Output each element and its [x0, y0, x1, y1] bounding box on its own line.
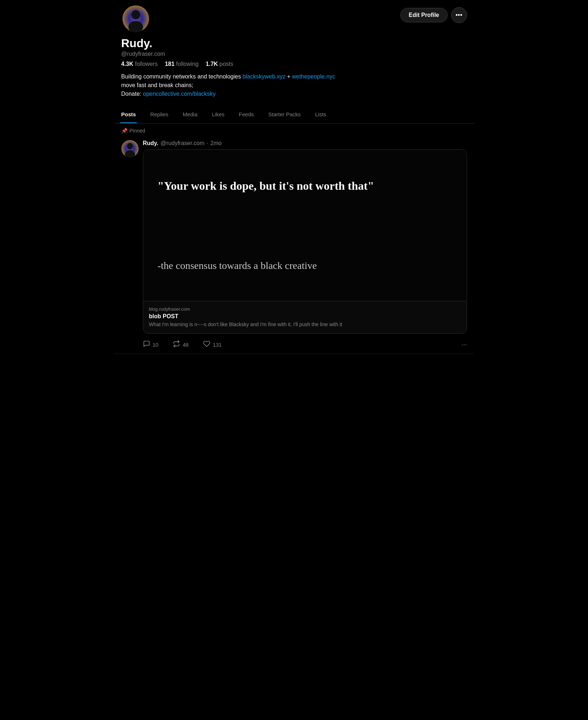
following-stat[interactable]: 181 following: [165, 61, 198, 67]
profile-header: Edit Profile ••• Rudy. @rudyfraser.com 4…: [114, 0, 474, 98]
repost-icon: [173, 340, 180, 349]
post-separator: ·: [207, 140, 208, 147]
posts-label: posts: [220, 61, 233, 67]
followers-stat[interactable]: 4.3K followers: [121, 61, 158, 67]
posts-stat[interactable]: 1.7K posts: [206, 61, 233, 67]
pin-icon: 📌: [121, 128, 127, 134]
tabs-container: Posts Replies Media Likes Feeds Starter …: [114, 105, 474, 123]
bio-link-opencollective[interactable]: opencollective.com/blacksky: [143, 91, 216, 97]
like-count: 131: [213, 342, 222, 348]
post-more-options[interactable]: ···: [461, 341, 467, 348]
post-image-bg: "Your work is dope, but it's not worth t…: [143, 150, 467, 301]
tab-lists[interactable]: Lists: [308, 105, 333, 123]
posts-area: 📌 Pinned Rudy. @rudyfraser.co: [114, 123, 474, 354]
link-title: blob POST: [149, 313, 461, 320]
following-count: 181: [165, 61, 175, 67]
repost-count: 48: [183, 342, 189, 348]
comment-action[interactable]: 10: [143, 340, 159, 349]
comment-icon: [143, 340, 150, 349]
link-preview[interactable]: blog.rudyfraser.com blob POST What I'm l…: [143, 301, 467, 333]
post-content: Rudy. @rudyfraser.com · 2mo "Your work i…: [143, 140, 467, 349]
post-actions: 10 48: [143, 337, 467, 349]
pinned-post: Rudy. @rudyfraser.com · 2mo "Your work i…: [114, 136, 474, 354]
post-header: Rudy. @rudyfraser.com · 2mo: [143, 140, 467, 147]
svg-point-2: [128, 21, 143, 33]
post-quote-text: "Your work is dope, but it's not worth t…: [154, 171, 378, 201]
link-description: What I'm learning is n----s don't like B…: [149, 321, 461, 328]
post-image-card[interactable]: "Your work is dope, but it's not worth t…: [143, 149, 467, 334]
edit-profile-button[interactable]: Edit Profile: [400, 8, 447, 22]
repost-action[interactable]: 48: [173, 340, 189, 349]
svg-point-1: [131, 10, 140, 19]
like-action[interactable]: 131: [203, 340, 222, 349]
comment-count: 10: [153, 342, 159, 348]
header-buttons: Edit Profile •••: [400, 4, 467, 23]
tab-media[interactable]: Media: [175, 105, 205, 123]
bio-line2: move fast and break chains;: [121, 82, 193, 88]
like-icon: [203, 340, 210, 349]
post-author[interactable]: Rudy.: [143, 140, 158, 147]
post-attribution-text: -the consensus towards a black creative: [154, 256, 320, 279]
tab-replies[interactable]: Replies: [143, 105, 175, 123]
pinned-text: Pinned: [130, 128, 145, 134]
more-options-button[interactable]: •••: [451, 7, 467, 23]
post-time: 2mo: [210, 140, 221, 147]
tab-starter-packs[interactable]: Starter Packs: [261, 105, 308, 123]
tab-feeds[interactable]: Feeds: [232, 105, 261, 123]
following-label: following: [176, 61, 198, 67]
bio-link-wethepeople[interactable]: wethepeople.nyc: [292, 73, 335, 80]
tab-likes[interactable]: Likes: [205, 105, 232, 123]
followers-count: 4.3K: [121, 61, 134, 67]
link-domain: blog.rudyfraser.com: [149, 306, 461, 312]
profile-handle: @rudyfraser.com: [121, 51, 467, 57]
header-top: Edit Profile •••: [121, 4, 467, 33]
bio-link-blackskyweb[interactable]: blackskyweb.xyz: [243, 73, 286, 80]
profile-name: Rudy.: [121, 37, 467, 50]
bio-donate-label: Donate:: [121, 91, 143, 97]
post-handle: @rudyfraser.com: [161, 140, 205, 147]
avatar: [121, 4, 150, 33]
profile-bio: Building community networks and technolo…: [121, 72, 467, 98]
tab-posts[interactable]: Posts: [114, 105, 143, 123]
profile-stats: 4.3K followers 181 following 1.7K posts: [121, 61, 467, 67]
pinned-label: 📌 Pinned: [114, 123, 474, 136]
followers-label: followers: [135, 61, 158, 67]
posts-count: 1.7K: [206, 61, 218, 67]
svg-point-4: [127, 143, 133, 149]
post-avatar[interactable]: [121, 140, 139, 157]
